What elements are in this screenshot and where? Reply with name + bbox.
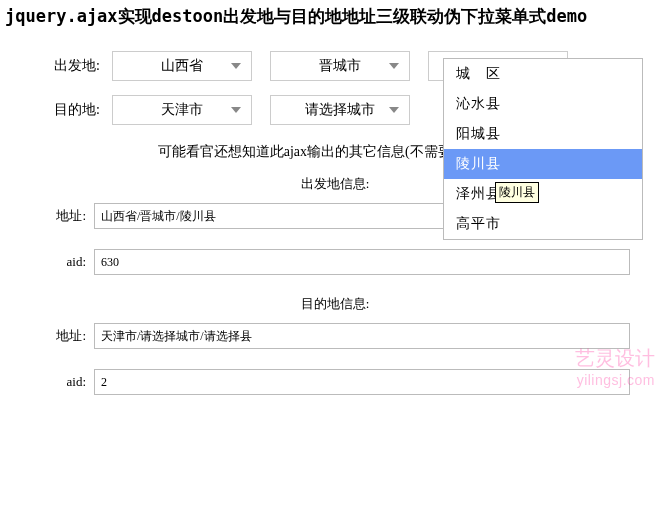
from-label: 出发地: (40, 57, 100, 75)
from-province-select[interactable]: 山西省 (112, 51, 252, 81)
dropdown-option[interactable]: 陵川县 (444, 149, 642, 179)
to-province-select[interactable]: 天津市 (112, 95, 252, 125)
from-city-select[interactable]: 晋城市 (270, 51, 410, 81)
to-label: 目的地: (40, 101, 100, 119)
county-dropdown-list[interactable]: 城 区沁水县阳城县陵川县泽州县高平市 (444, 59, 642, 239)
county-dropdown: 城 区沁水县阳城县陵川县泽州县高平市 (443, 58, 643, 240)
dropdown-option[interactable]: 城 区 (444, 59, 642, 89)
to-city-select[interactable]: 请选择城市 (270, 95, 410, 125)
tooltip: 陵川县 (495, 182, 539, 203)
dropdown-option[interactable]: 高平市 (444, 209, 642, 239)
to-aid-input[interactable] (94, 369, 630, 395)
chevron-down-icon (389, 63, 399, 69)
dropdown-option[interactable]: 沁水县 (444, 89, 642, 119)
chevron-down-icon (231, 63, 241, 69)
addr-label: 地址: (40, 207, 86, 225)
page-title: jquery.ajax实现destoon出发地与目的地地址三级联动伪下拉菜单式d… (0, 0, 670, 43)
dropdown-option[interactable]: 阳城县 (444, 119, 642, 149)
chevron-down-icon (389, 107, 399, 113)
chevron-down-icon (231, 107, 241, 113)
dropdown-option[interactable]: 泽州县 (444, 179, 642, 209)
to-info-head: 目的地信息: (40, 295, 630, 313)
aid-label: aid: (40, 374, 86, 390)
to-addr-input[interactable] (94, 323, 630, 349)
aid-label: aid: (40, 254, 86, 270)
from-aid-input[interactable] (94, 249, 630, 275)
addr-label: 地址: (40, 327, 86, 345)
